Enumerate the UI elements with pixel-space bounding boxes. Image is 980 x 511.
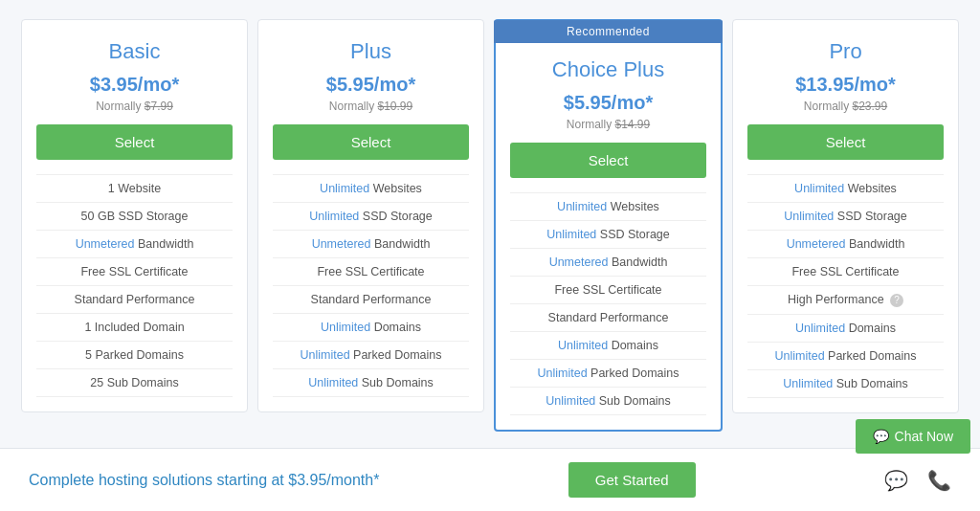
- footer-bar: Complete hosting solutions starting at $…: [0, 448, 980, 511]
- features-list-plus: Unlimited WebsitesUnlimited SSD StorageU…: [273, 174, 469, 397]
- plan-price-choice-plus: $5.95/mo*: [510, 92, 706, 114]
- feature-item-pro-6: Unlimited Parked Domains: [747, 343, 944, 370]
- feature-item-basic-2: Unmetered Bandwidth: [36, 231, 233, 258]
- feature-highlight: Unlimited: [320, 182, 369, 195]
- feature-item-pro-0: Unlimited Websites: [747, 175, 944, 203]
- feature-item-choice-plus-3: Free SSL Certificate: [510, 277, 706, 304]
- feature-highlight: Unlimited: [784, 210, 834, 223]
- feature-item-pro-4: High Performance ?: [747, 286, 944, 315]
- feature-item-choice-plus-6: Unlimited Parked Domains: [510, 360, 706, 388]
- chat-now-icon: 💬: [873, 429, 889, 444]
- plan-price-pro: $13.95/mo*: [747, 74, 944, 96]
- feature-highlight: Unlimited: [309, 210, 359, 223]
- plan-normal-price-plus: Normally $10.99: [273, 100, 469, 113]
- plan-title-plus: Plus: [273, 39, 469, 64]
- plan-title-choice-plus: Choice Plus: [510, 57, 706, 82]
- feature-item-basic-4: Standard Performance: [36, 286, 233, 314]
- feature-highlight: Unlimited: [546, 228, 596, 241]
- feature-item-choice-plus-4: Standard Performance: [510, 304, 706, 332]
- footer-text: Complete hosting solutions starting at $…: [29, 472, 379, 489]
- feature-highlight: Unmetered: [787, 237, 846, 251]
- features-list-pro: Unlimited WebsitesUnlimited SSD StorageU…: [747, 174, 944, 398]
- feature-item-basic-3: Free SSL Certificate: [36, 258, 233, 286]
- plan-title-pro: Pro: [747, 39, 944, 64]
- select-button-choice-plus[interactable]: Select: [510, 143, 706, 178]
- feature-highlight: Unlimited: [795, 322, 845, 335]
- info-icon[interactable]: ?: [890, 294, 903, 307]
- feature-item-plus-3: Free SSL Certificate: [273, 258, 469, 286]
- feature-item-choice-plus-1: Unlimited SSD Storage: [510, 221, 706, 249]
- feature-highlight: Unmetered: [76, 237, 135, 251]
- footer-chat-icon[interactable]: 💬: [884, 469, 908, 492]
- plan-card-pro: Pro$13.95/mo*Normally $23.99SelectUnlimi…: [732, 19, 959, 413]
- feature-highlight: Unlimited: [794, 182, 844, 195]
- plan-title-basic: Basic: [36, 39, 233, 64]
- feature-item-basic-6: 5 Parked Domains: [36, 342, 233, 369]
- plan-normal-price-basic: Normally $7.99: [36, 100, 233, 113]
- feature-highlight: Unlimited: [775, 349, 825, 363]
- feature-item-plus-0: Unlimited Websites: [273, 175, 469, 203]
- feature-item-pro-5: Unlimited Domains: [747, 315, 944, 343]
- feature-item-plus-2: Unmetered Bandwidth: [273, 231, 469, 258]
- feature-highlight: Unmetered: [549, 256, 609, 269]
- feature-item-plus-1: Unlimited SSD Storage: [273, 203, 469, 231]
- feature-item-pro-1: Unlimited SSD Storage: [747, 203, 944, 231]
- plan-card-basic: Basic$3.95/mo*Normally $7.99Select1 Webs…: [21, 19, 248, 412]
- feature-item-basic-0: 1 Website: [36, 175, 233, 203]
- plan-price-basic: $3.95/mo*: [36, 74, 233, 96]
- feature-item-basic-1: 50 GB SSD Storage: [36, 203, 233, 231]
- features-list-choice-plus: Unlimited WebsitesUnlimited SSD StorageU…: [510, 192, 706, 415]
- features-list-basic: 1 Website50 GB SSD StorageUnmetered Band…: [36, 174, 233, 397]
- feature-item-plus-7: Unlimited Sub Domains: [273, 369, 469, 397]
- feature-item-basic-5: 1 Included Domain: [36, 314, 233, 342]
- feature-item-pro-7: Unlimited Sub Domains: [747, 370, 944, 398]
- select-button-pro[interactable]: Select: [747, 124, 944, 160]
- feature-item-pro-2: Unmetered Bandwidth: [747, 231, 944, 258]
- plans-container: Basic$3.95/mo*Normally $7.99Select1 Webs…: [21, 19, 959, 432]
- feature-item-plus-6: Unlimited Parked Domains: [273, 342, 469, 369]
- select-button-plus[interactable]: Select: [273, 124, 469, 160]
- feature-item-plus-4: Standard Performance: [273, 286, 469, 314]
- feature-highlight: Unlimited: [308, 376, 358, 389]
- footer-icons: 💬 📞: [884, 469, 951, 492]
- plan-normal-price-choice-plus: Normally $14.99: [510, 118, 706, 131]
- feature-item-choice-plus-2: Unmetered Bandwidth: [510, 249, 706, 277]
- select-button-basic[interactable]: Select: [36, 124, 233, 160]
- feature-item-pro-3: Free SSL Certificate: [747, 258, 944, 286]
- main-content: Basic$3.95/mo*Normally $7.99Select1 Webs…: [0, 0, 980, 448]
- feature-item-plus-5: Unlimited Domains: [273, 314, 469, 342]
- get-started-button[interactable]: Get Started: [568, 462, 696, 498]
- feature-highlight: Unlimited: [558, 339, 608, 352]
- chat-now-button[interactable]: 💬 Chat Now: [856, 419, 970, 454]
- feature-item-basic-7: 25 Sub Domains: [36, 369, 233, 397]
- chat-now-label: Chat Now: [895, 429, 953, 444]
- feature-highlight: Unmetered: [312, 237, 371, 251]
- plan-normal-price-pro: Normally $23.99: [747, 100, 944, 113]
- feature-highlight: Unlimited: [321, 321, 370, 334]
- feature-highlight: Unlimited: [301, 348, 350, 362]
- feature-highlight: Unlimited: [538, 367, 588, 380]
- feature-item-choice-plus-7: Unlimited Sub Domains: [510, 388, 706, 415]
- feature-highlight: Unlimited: [783, 377, 833, 390]
- feature-item-choice-plus-5: Unlimited Domains: [510, 332, 706, 360]
- plan-price-plus: $5.95/mo*: [273, 74, 469, 96]
- footer-phone-icon[interactable]: 📞: [927, 469, 951, 492]
- feature-item-choice-plus-0: Unlimited Websites: [510, 193, 706, 221]
- recommended-badge: Recommended: [494, 20, 723, 43]
- feature-highlight: Unlimited: [546, 394, 595, 408]
- feature-highlight: Unlimited: [557, 200, 607, 213]
- plan-card-choice-plus: RecommendedChoice Plus$5.95/mo*Normally …: [494, 19, 723, 432]
- plan-card-plus: Plus$5.95/mo*Normally $10.99SelectUnlimi…: [257, 19, 484, 412]
